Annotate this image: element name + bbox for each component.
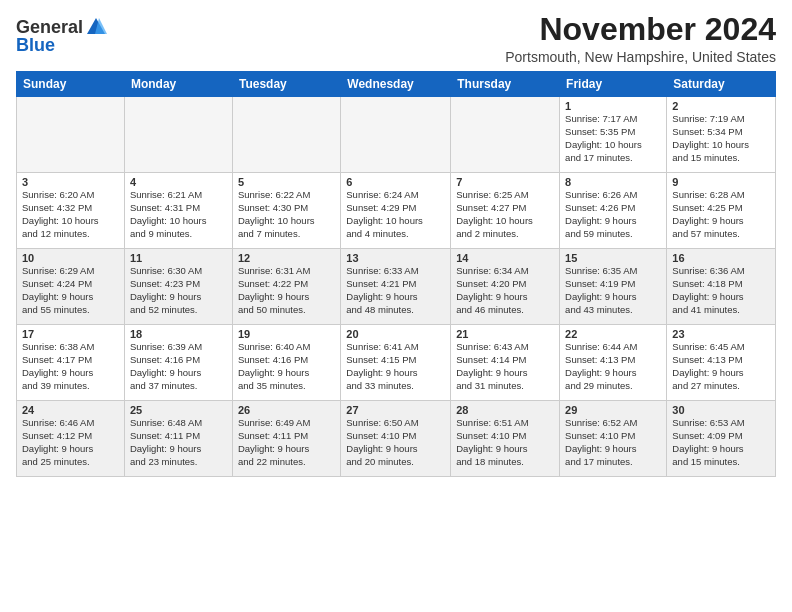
- day-cell: 16Sunrise: 6:36 AM Sunset: 4:18 PM Dayli…: [667, 249, 776, 325]
- day-info: Sunrise: 6:31 AM Sunset: 4:22 PM Dayligh…: [238, 265, 335, 316]
- day-cell: [124, 97, 232, 173]
- page: General Blue November 2024 Portsmouth, N…: [0, 0, 792, 485]
- day-number: 13: [346, 252, 445, 264]
- day-number: 1: [565, 100, 661, 112]
- day-cell: 28Sunrise: 6:51 AM Sunset: 4:10 PM Dayli…: [451, 401, 560, 477]
- day-number: 23: [672, 328, 770, 340]
- day-cell: 6Sunrise: 6:24 AM Sunset: 4:29 PM Daylig…: [341, 173, 451, 249]
- day-info: Sunrise: 6:51 AM Sunset: 4:10 PM Dayligh…: [456, 417, 554, 468]
- day-number: 2: [672, 100, 770, 112]
- day-cell: 22Sunrise: 6:44 AM Sunset: 4:13 PM Dayli…: [560, 325, 667, 401]
- day-header-wednesday: Wednesday: [341, 72, 451, 97]
- day-cell: 18Sunrise: 6:39 AM Sunset: 4:16 PM Dayli…: [124, 325, 232, 401]
- day-cell: 14Sunrise: 6:34 AM Sunset: 4:20 PM Dayli…: [451, 249, 560, 325]
- logo-blue: Blue: [16, 36, 55, 54]
- day-cell: 15Sunrise: 6:35 AM Sunset: 4:19 PM Dayli…: [560, 249, 667, 325]
- day-info: Sunrise: 6:53 AM Sunset: 4:09 PM Dayligh…: [672, 417, 770, 468]
- calendar: SundayMondayTuesdayWednesdayThursdayFrid…: [16, 71, 776, 477]
- day-number: 25: [130, 404, 227, 416]
- day-info: Sunrise: 6:40 AM Sunset: 4:16 PM Dayligh…: [238, 341, 335, 392]
- day-info: Sunrise: 6:48 AM Sunset: 4:11 PM Dayligh…: [130, 417, 227, 468]
- day-info: Sunrise: 6:29 AM Sunset: 4:24 PM Dayligh…: [22, 265, 119, 316]
- day-number: 27: [346, 404, 445, 416]
- day-cell: 19Sunrise: 6:40 AM Sunset: 4:16 PM Dayli…: [232, 325, 340, 401]
- day-cell: 7Sunrise: 6:25 AM Sunset: 4:27 PM Daylig…: [451, 173, 560, 249]
- day-cell: 2Sunrise: 7:19 AM Sunset: 5:34 PM Daylig…: [667, 97, 776, 173]
- week-row-3: 17Sunrise: 6:38 AM Sunset: 4:17 PM Dayli…: [17, 325, 776, 401]
- day-info: Sunrise: 6:26 AM Sunset: 4:26 PM Dayligh…: [565, 189, 661, 240]
- day-number: 3: [22, 176, 119, 188]
- day-number: 30: [672, 404, 770, 416]
- calendar-body: 1Sunrise: 7:17 AM Sunset: 5:35 PM Daylig…: [17, 97, 776, 477]
- week-row-1: 3Sunrise: 6:20 AM Sunset: 4:32 PM Daylig…: [17, 173, 776, 249]
- day-info: Sunrise: 6:43 AM Sunset: 4:14 PM Dayligh…: [456, 341, 554, 392]
- day-cell: 23Sunrise: 6:45 AM Sunset: 4:13 PM Dayli…: [667, 325, 776, 401]
- logo-icon: [85, 16, 107, 38]
- day-number: 10: [22, 252, 119, 264]
- day-number: 15: [565, 252, 661, 264]
- day-number: 12: [238, 252, 335, 264]
- day-cell: 11Sunrise: 6:30 AM Sunset: 4:23 PM Dayli…: [124, 249, 232, 325]
- header-row: SundayMondayTuesdayWednesdayThursdayFrid…: [17, 72, 776, 97]
- day-number: 22: [565, 328, 661, 340]
- day-info: Sunrise: 6:46 AM Sunset: 4:12 PM Dayligh…: [22, 417, 119, 468]
- day-number: 20: [346, 328, 445, 340]
- day-cell: 26Sunrise: 6:49 AM Sunset: 4:11 PM Dayli…: [232, 401, 340, 477]
- day-cell: 25Sunrise: 6:48 AM Sunset: 4:11 PM Dayli…: [124, 401, 232, 477]
- day-number: 7: [456, 176, 554, 188]
- day-info: Sunrise: 6:44 AM Sunset: 4:13 PM Dayligh…: [565, 341, 661, 392]
- day-info: Sunrise: 7:19 AM Sunset: 5:34 PM Dayligh…: [672, 113, 770, 164]
- day-number: 28: [456, 404, 554, 416]
- day-number: 6: [346, 176, 445, 188]
- day-cell: 24Sunrise: 6:46 AM Sunset: 4:12 PM Dayli…: [17, 401, 125, 477]
- day-info: Sunrise: 6:24 AM Sunset: 4:29 PM Dayligh…: [346, 189, 445, 240]
- day-header-tuesday: Tuesday: [232, 72, 340, 97]
- day-info: Sunrise: 6:41 AM Sunset: 4:15 PM Dayligh…: [346, 341, 445, 392]
- day-header-friday: Friday: [560, 72, 667, 97]
- day-cell: 13Sunrise: 6:33 AM Sunset: 4:21 PM Dayli…: [341, 249, 451, 325]
- day-cell: 30Sunrise: 6:53 AM Sunset: 4:09 PM Dayli…: [667, 401, 776, 477]
- day-header-thursday: Thursday: [451, 72, 560, 97]
- day-number: 16: [672, 252, 770, 264]
- day-info: Sunrise: 6:33 AM Sunset: 4:21 PM Dayligh…: [346, 265, 445, 316]
- day-number: 4: [130, 176, 227, 188]
- day-cell: 21Sunrise: 6:43 AM Sunset: 4:14 PM Dayli…: [451, 325, 560, 401]
- day-number: 9: [672, 176, 770, 188]
- day-cell: 27Sunrise: 6:50 AM Sunset: 4:10 PM Dayli…: [341, 401, 451, 477]
- calendar-header: SundayMondayTuesdayWednesdayThursdayFrid…: [17, 72, 776, 97]
- logo: General Blue: [16, 16, 107, 54]
- day-info: Sunrise: 6:36 AM Sunset: 4:18 PM Dayligh…: [672, 265, 770, 316]
- week-row-2: 10Sunrise: 6:29 AM Sunset: 4:24 PM Dayli…: [17, 249, 776, 325]
- title-block: November 2024 Portsmouth, New Hampshire,…: [505, 12, 776, 65]
- day-cell: 12Sunrise: 6:31 AM Sunset: 4:22 PM Dayli…: [232, 249, 340, 325]
- day-number: 5: [238, 176, 335, 188]
- header: General Blue November 2024 Portsmouth, N…: [16, 12, 776, 65]
- week-row-0: 1Sunrise: 7:17 AM Sunset: 5:35 PM Daylig…: [17, 97, 776, 173]
- day-cell: 9Sunrise: 6:28 AM Sunset: 4:25 PM Daylig…: [667, 173, 776, 249]
- day-info: Sunrise: 6:30 AM Sunset: 4:23 PM Dayligh…: [130, 265, 227, 316]
- day-cell: 8Sunrise: 6:26 AM Sunset: 4:26 PM Daylig…: [560, 173, 667, 249]
- day-cell: [17, 97, 125, 173]
- logo-general: General: [16, 18, 83, 36]
- day-cell: 1Sunrise: 7:17 AM Sunset: 5:35 PM Daylig…: [560, 97, 667, 173]
- day-header-sunday: Sunday: [17, 72, 125, 97]
- day-info: Sunrise: 6:21 AM Sunset: 4:31 PM Dayligh…: [130, 189, 227, 240]
- day-info: Sunrise: 6:20 AM Sunset: 4:32 PM Dayligh…: [22, 189, 119, 240]
- day-number: 14: [456, 252, 554, 264]
- day-info: Sunrise: 6:38 AM Sunset: 4:17 PM Dayligh…: [22, 341, 119, 392]
- day-info: Sunrise: 6:49 AM Sunset: 4:11 PM Dayligh…: [238, 417, 335, 468]
- day-info: Sunrise: 6:35 AM Sunset: 4:19 PM Dayligh…: [565, 265, 661, 316]
- location: Portsmouth, New Hampshire, United States: [505, 49, 776, 65]
- day-number: 17: [22, 328, 119, 340]
- day-number: 8: [565, 176, 661, 188]
- day-cell: 3Sunrise: 6:20 AM Sunset: 4:32 PM Daylig…: [17, 173, 125, 249]
- day-cell: 20Sunrise: 6:41 AM Sunset: 4:15 PM Dayli…: [341, 325, 451, 401]
- day-info: Sunrise: 6:45 AM Sunset: 4:13 PM Dayligh…: [672, 341, 770, 392]
- day-number: 29: [565, 404, 661, 416]
- day-number: 19: [238, 328, 335, 340]
- day-info: Sunrise: 6:22 AM Sunset: 4:30 PM Dayligh…: [238, 189, 335, 240]
- day-cell: 29Sunrise: 6:52 AM Sunset: 4:10 PM Dayli…: [560, 401, 667, 477]
- day-cell: 17Sunrise: 6:38 AM Sunset: 4:17 PM Dayli…: [17, 325, 125, 401]
- day-header-saturday: Saturday: [667, 72, 776, 97]
- day-info: Sunrise: 7:17 AM Sunset: 5:35 PM Dayligh…: [565, 113, 661, 164]
